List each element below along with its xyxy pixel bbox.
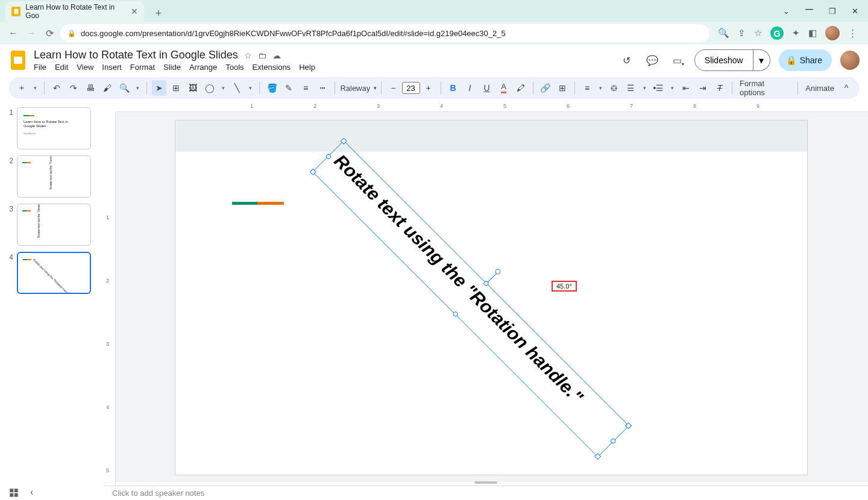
line-tool[interactable]: ╲ <box>230 80 244 96</box>
bulleted-list-dropdown[interactable]: ▾ <box>668 80 676 96</box>
font-size-input[interactable] <box>402 82 420 94</box>
increase-indent-button[interactable]: ⇥ <box>696 80 710 96</box>
line-dropdown[interactable]: ▾ <box>247 80 254 96</box>
explore-chevron-icon[interactable]: ‹ <box>30 487 33 498</box>
comments-icon[interactable]: 💬 <box>644 52 661 69</box>
share-button[interactable]: 🔒 Share <box>779 49 832 71</box>
chrome-profile-avatar[interactable] <box>825 26 840 40</box>
menu-insert[interactable]: Insert <box>102 63 122 72</box>
zoom-dropdown[interactable]: ▾ <box>134 80 142 96</box>
present-meet-icon[interactable]: ▭▾ <box>669 52 686 69</box>
slide-thumbnail-1[interactable]: Learn How to Rotate Text in Google Slide… <box>17 107 91 149</box>
align-button[interactable]: ≡ <box>580 80 594 96</box>
shape-tool[interactable]: ◯ <box>203 80 217 96</box>
bookmark-icon[interactable]: ☆ <box>754 28 762 39</box>
reload-button[interactable]: ⟳ <box>42 26 57 40</box>
account-avatar[interactable] <box>840 51 860 70</box>
resize-handle-sw[interactable] <box>310 169 316 175</box>
app-header: Learn How to Rotate Text in Google Slide… <box>0 45 868 73</box>
textbox-tool[interactable]: ⊞ <box>169 80 183 96</box>
selected-text-box[interactable]: Rotate text using the "Rotation handle." <box>312 140 629 457</box>
chrome-menu-icon[interactable]: ⋮ <box>848 28 857 39</box>
menu-slide[interactable]: Slide <box>163 63 181 72</box>
new-tab-button[interactable]: + <box>150 5 167 22</box>
redo-button[interactable]: ↷ <box>66 80 81 96</box>
menu-view[interactable]: View <box>77 63 93 72</box>
menu-file[interactable]: File <box>34 63 46 72</box>
decrease-font-button[interactable]: − <box>386 80 401 96</box>
chevron-down-icon[interactable]: ⌄ <box>783 7 790 16</box>
clear-formatting-button[interactable]: T <box>712 80 727 96</box>
insert-comment-button[interactable]: ⊞ <box>555 80 570 96</box>
text-color-button[interactable]: A <box>497 80 511 96</box>
border-weight-button[interactable]: ≡ <box>298 80 313 96</box>
border-color-button[interactable]: ✎ <box>281 80 296 96</box>
select-tool[interactable]: ➤ <box>152 80 166 96</box>
menu-help[interactable]: Help <box>299 63 315 72</box>
speaker-notes-drag-handle[interactable] <box>474 481 497 484</box>
side-panel-icon[interactable]: ◧ <box>808 28 817 39</box>
increase-font-button[interactable]: + <box>421 80 436 96</box>
grammarly-extension-icon[interactable]: G <box>770 27 784 40</box>
browser-tab[interactable]: Learn How to Rotate Text in Goo ✕ <box>5 1 144 22</box>
slideshow-button[interactable]: Slideshow <box>694 49 753 71</box>
underline-button[interactable]: U <box>480 80 494 96</box>
slide-canvas[interactable]: Rotate text using the "Rotation handle."… <box>175 120 808 475</box>
undo-button[interactable]: ↶ <box>49 80 64 96</box>
text-content[interactable]: Rotate text using the "Rotation handle." <box>321 141 629 449</box>
menu-format[interactable]: Format <box>130 63 155 72</box>
explore-button[interactable] <box>8 487 19 498</box>
shape-dropdown[interactable]: ▾ <box>219 80 227 96</box>
fill-color-button[interactable]: 🪣 <box>265 80 280 96</box>
zoom-button[interactable]: 🔍 <box>117 80 132 96</box>
minimize-icon[interactable]: — <box>805 4 813 13</box>
numbered-list-button[interactable]: ☰ <box>624 80 638 96</box>
speaker-notes[interactable]: Click to add speaker notes <box>104 486 868 500</box>
move-icon[interactable]: 🗀 <box>258 51 266 60</box>
animate-button[interactable]: Animate <box>803 80 837 96</box>
menu-arrange[interactable]: Arrange <box>189 63 217 72</box>
slide-thumbnail-4[interactable]: Rotate text using the "Rotation handle." <box>17 252 91 294</box>
star-icon[interactable]: ☆ <box>244 51 252 60</box>
print-button[interactable]: 🖶 <box>83 80 98 96</box>
zoom-icon[interactable]: 🔍 <box>718 28 729 39</box>
image-tool[interactable]: 🖼 <box>186 80 200 96</box>
slide-thumbnail-2[interactable]: Rotate text via the "Format" menu <box>17 155 91 198</box>
bold-button[interactable]: B <box>446 80 461 96</box>
url-bar[interactable]: 🔒 docs.google.com/presentation/d/1grvE0g… <box>60 24 709 42</box>
format-options-button[interactable]: Format options <box>737 80 793 96</box>
resize-handle-s[interactable] <box>452 311 459 317</box>
slide-thumbnail-3[interactable]: Rotate text via the "Arrange" menu <box>17 204 91 246</box>
slides-logo[interactable] <box>8 49 28 71</box>
italic-button[interactable]: I <box>463 80 477 96</box>
numbered-list-dropdown[interactable]: ▾ <box>641 80 649 96</box>
extensions-icon[interactable]: ✦ <box>792 28 800 39</box>
line-spacing-button[interactable]: ⯐ <box>607 80 621 96</box>
share-url-icon[interactable]: ⇪ <box>738 28 746 39</box>
canvas-viewport[interactable]: Rotate text using the "Rotation handle."… <box>116 112 868 482</box>
bulleted-list-button[interactable]: •☰ <box>651 80 666 96</box>
font-family-dropdown[interactable]: Raleway▾ <box>340 84 376 93</box>
new-slide-button[interactable]: ＋ <box>14 80 29 96</box>
border-dash-button[interactable]: ┅ <box>315 80 330 96</box>
paint-format-button[interactable]: 🖌 <box>100 80 115 96</box>
doc-title[interactable]: Learn How to Rotate Text in Google Slide… <box>34 49 238 61</box>
forward-button[interactable]: → <box>24 26 39 40</box>
menu-edit[interactable]: Edit <box>55 63 68 72</box>
collapse-toolbar-button[interactable]: ^ <box>839 80 854 96</box>
version-history-icon[interactable]: ↺ <box>618 52 635 69</box>
slideshow-dropdown[interactable]: ▾ <box>753 49 770 71</box>
cloud-status-icon[interactable]: ☁ <box>272 51 281 60</box>
menu-tools[interactable]: Tools <box>225 63 244 72</box>
highlight-button[interactable]: 🖍 <box>514 80 528 96</box>
insert-link-button[interactable]: 🔗 <box>538 80 553 96</box>
maximize-icon[interactable]: ❐ <box>829 7 836 16</box>
tab-close-icon[interactable]: ✕ <box>131 7 138 16</box>
menu-extensions[interactable]: Extensions <box>253 63 291 72</box>
decrease-indent-button[interactable]: ⇤ <box>679 80 693 96</box>
new-slide-dropdown[interactable]: ▾ <box>31 80 39 96</box>
back-button[interactable]: ← <box>6 26 20 40</box>
resize-handle-se[interactable] <box>594 453 601 460</box>
align-dropdown[interactable]: ▾ <box>597 80 605 96</box>
close-window-icon[interactable]: ✕ <box>852 7 858 16</box>
